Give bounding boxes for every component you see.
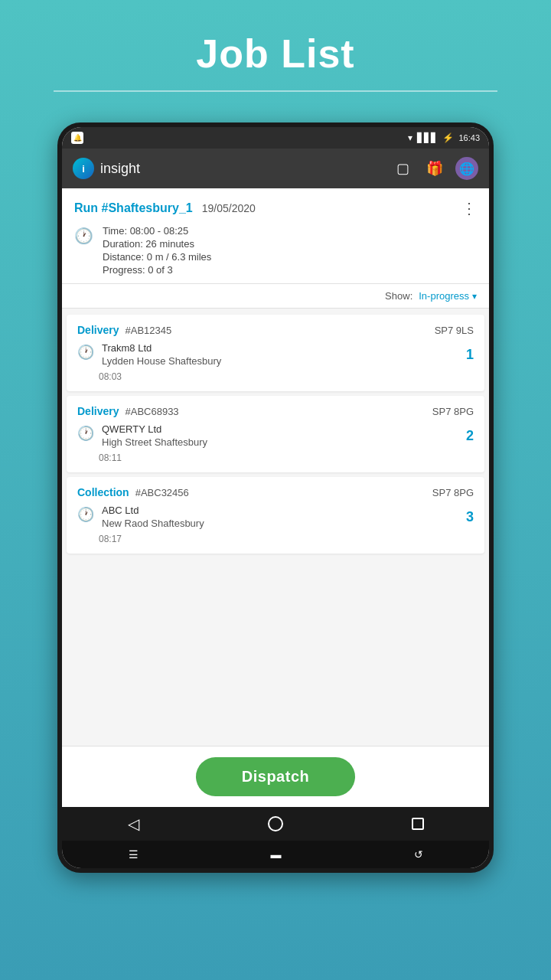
job-address: High Street Shaftesbury [102, 436, 458, 448]
run-title-row: Run #Shaftesbury_1 19/05/2020 ⋮ [74, 199, 477, 217]
page-divider [54, 90, 497, 92]
job-sequence-number: 2 [466, 428, 474, 444]
system-pill-icon: ▬ [271, 848, 282, 861]
job-type-id: Delivery #AB12345 [77, 324, 171, 336]
page-title: Job List [196, 31, 354, 77]
run-header: Run #Shaftesbury_1 19/05/2020 ⋮ 🕐 Time: … [62, 188, 489, 284]
job-details-row: 🕐 Trakm8 Ltd Lydden House Shaftesbury 1 [77, 342, 474, 367]
job-type-id: Collection #ABC32456 [77, 486, 189, 498]
job-company: Trakm8 Ltd [102, 342, 458, 354]
run-time: Time: 08:00 - 08:25 [103, 225, 211, 237]
jobs-list: Delivery #AB12345 SP7 9LS 🕐 Trakm8 Ltd L… [62, 309, 489, 746]
status-left: 🔔 [71, 132, 83, 144]
job-postcode: SP7 8PG [432, 406, 474, 417]
job-address: New Raod Shaftesbury [102, 518, 458, 529]
job-clock-icon: 🕐 [77, 344, 94, 361]
app-bar-icons: ▢ 🎁 🌐 [391, 157, 478, 180]
run-details: 🕐 Time: 08:00 - 08:25 Duration: 26 minut… [74, 225, 477, 276]
dispatch-container: Dispatch [62, 746, 489, 807]
system-refresh-icon[interactable]: ↺ [414, 848, 423, 861]
status-bar: 🔔 ▾ ▋▋▋ ⚡ 16:43 [62, 127, 489, 149]
job-postcode: SP7 9LS [435, 325, 474, 336]
job-type-label: Delivery [77, 405, 119, 417]
page-header: Job List [0, 0, 551, 107]
job-info: QWERTY Ltd High Street Shaftesbury [102, 423, 458, 448]
job-type-id: Delivery #ABC68933 [77, 405, 179, 417]
job-card-3[interactable]: Collection #ABC32456 SP7 8PG 🕐 ABC Ltd N… [67, 477, 484, 554]
job-clock-icon: 🕐 [77, 425, 94, 442]
logo-icon: i [73, 158, 94, 179]
job-time: 08:17 [77, 534, 474, 544]
job-card-1[interactable]: Delivery #AB12345 SP7 9LS 🕐 Trakm8 Ltd L… [67, 315, 484, 391]
filter-dropdown[interactable]: In-progress ▾ [419, 290, 477, 302]
app-bar: i insight ▢ 🎁 🌐 [62, 149, 489, 188]
dropdown-arrow-icon: ▾ [472, 291, 477, 302]
job-time: 08:11 [77, 452, 474, 463]
device-inner: 🔔 ▾ ▋▋▋ ⚡ 16:43 i insight ▢ 🎁 🌐 [62, 127, 489, 868]
gift-icon[interactable]: 🎁 [423, 157, 446, 180]
run-distance: Distance: 0 m / 6.3 miles [103, 251, 211, 263]
signal-icon: ▋▋▋ [417, 132, 438, 143]
job-postcode: SP7 8PG [432, 487, 474, 498]
run-name: Run #Shaftesbury_1 [74, 201, 193, 215]
job-clock-icon: 🕐 [77, 506, 94, 523]
home-circle-icon [268, 816, 283, 831]
status-time: 16:43 [458, 133, 480, 142]
filter-label: Show: [385, 290, 412, 302]
device-frame: 🔔 ▾ ▋▋▋ ⚡ 16:43 i insight ▢ 🎁 🌐 [57, 122, 494, 873]
content-area: Run #Shaftesbury_1 19/05/2020 ⋮ 🕐 Time: … [62, 188, 489, 807]
job-company: QWERTY Ltd [102, 423, 458, 435]
system-menu-icon[interactable]: ☰ [129, 848, 139, 861]
window-icon[interactable]: ▢ [391, 157, 414, 180]
job-details-row: 🕐 ABC Ltd New Raod Shaftesbury 3 [77, 505, 474, 529]
job-top-row: Collection #ABC32456 SP7 8PG [77, 486, 474, 498]
job-id-label: #ABC32456 [135, 487, 189, 498]
back-button[interactable]: ◁ [118, 808, 148, 839]
notification-icon: 🔔 [71, 132, 83, 144]
job-card-2[interactable]: Delivery #ABC68933 SP7 8PG 🕐 QWERTY Ltd … [67, 396, 484, 472]
run-title-left: Run #Shaftesbury_1 19/05/2020 [74, 201, 256, 215]
more-options-icon[interactable]: ⋮ [461, 199, 477, 217]
home-button[interactable] [260, 808, 291, 839]
job-info: ABC Ltd New Raod Shaftesbury [102, 505, 458, 529]
job-top-row: Delivery #AB12345 SP7 9LS [77, 324, 474, 336]
run-date: 19/05/2020 [202, 202, 256, 214]
job-company: ABC Ltd [102, 505, 458, 516]
run-clock-icon: 🕐 [74, 227, 93, 245]
filter-value: In-progress [419, 290, 469, 302]
filter-row: Show: In-progress ▾ [62, 284, 489, 309]
dispatch-button[interactable]: Dispatch [196, 757, 355, 796]
job-sequence-number: 1 [466, 347, 474, 363]
run-progress: Progress: 0 of 3 [103, 264, 211, 276]
run-info-text: Time: 08:00 - 08:25 Duration: 26 minutes… [103, 225, 211, 276]
job-sequence-number: 3 [466, 509, 474, 525]
job-details-row: 🕐 QWERTY Ltd High Street Shaftesbury 2 [77, 423, 474, 448]
job-type-label: Collection [77, 486, 129, 498]
status-right: ▾ ▋▋▋ ⚡ 16:43 [408, 132, 480, 143]
job-id-label: #ABC68933 [125, 406, 178, 417]
wifi-icon: ▾ [408, 132, 412, 143]
nav-bar: ◁ [62, 807, 489, 841]
job-info: Trakm8 Ltd Lydden House Shaftesbury [102, 342, 458, 367]
system-bar: ☰ ▬ ↺ [62, 841, 489, 868]
recents-button[interactable] [403, 808, 433, 839]
job-top-row: Delivery #ABC68933 SP7 8PG [77, 405, 474, 417]
run-duration: Duration: 26 minutes [103, 238, 211, 250]
app-logo: i insight [73, 158, 140, 179]
job-address: Lydden House Shaftesbury [102, 355, 458, 367]
recents-square-icon [412, 818, 424, 830]
job-time: 08:03 [77, 371, 474, 382]
globe-icon[interactable]: 🌐 [455, 157, 478, 180]
app-name: insight [100, 161, 140, 177]
job-id-label: #AB12345 [125, 325, 171, 336]
job-type-label: Delivery [77, 324, 119, 336]
battery-icon: ⚡ [442, 132, 454, 143]
